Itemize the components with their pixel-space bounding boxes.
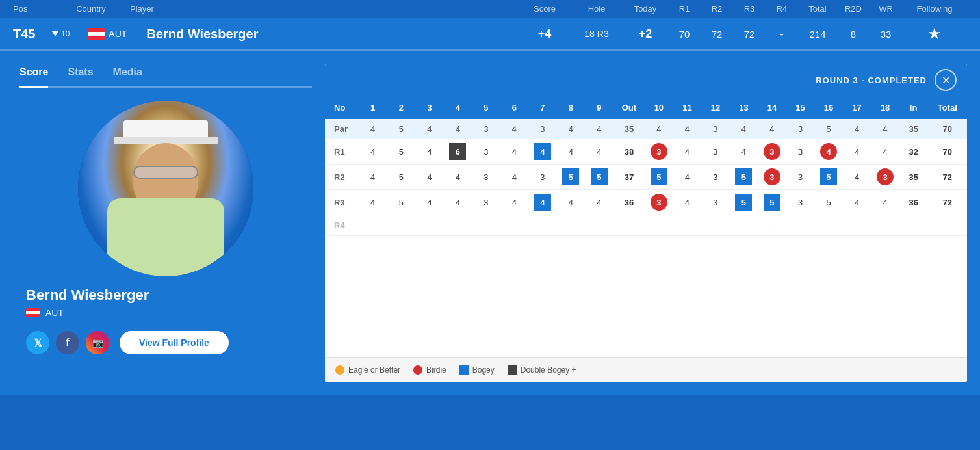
col-6: 6 bbox=[500, 96, 529, 119]
col-total: Total bbox=[927, 96, 967, 119]
double-bogey-icon bbox=[508, 365, 517, 375]
player-movement: 10 bbox=[52, 29, 70, 38]
r1-label: R1 bbox=[325, 139, 359, 165]
player-r4: - bbox=[766, 29, 798, 40]
facebook-button[interactable]: f bbox=[56, 331, 79, 354]
header-player: Player bbox=[130, 4, 299, 14]
col-16: 16 bbox=[814, 96, 843, 119]
player-hole: 18 R3 bbox=[571, 29, 623, 39]
col-4: 4 bbox=[444, 96, 472, 119]
tab-score[interactable]: Score bbox=[19, 61, 48, 88]
r3-label: R3 bbox=[325, 190, 359, 215]
player-r1: 70 bbox=[668, 29, 701, 40]
player-r2: 72 bbox=[701, 29, 733, 40]
round-header: ROUND 3 - COMPLETED ✕ bbox=[325, 64, 967, 96]
header-hole: Hole bbox=[571, 4, 623, 14]
col-no: No bbox=[325, 96, 359, 119]
tab-media[interactable]: Media bbox=[113, 61, 142, 86]
r1-row: R1 4 5 4 6 3 4 4 4 4 38 3 4 3 4 bbox=[325, 139, 967, 165]
par-label: Par bbox=[325, 119, 359, 139]
player-country-cell: AUT bbox=[75, 28, 140, 40]
player-country-profile: AUT bbox=[19, 308, 64, 318]
player-score: +4 bbox=[519, 27, 571, 41]
col-out: Out bbox=[613, 96, 645, 119]
bogey-icon bbox=[459, 365, 469, 375]
r2-row: R2 4 5 4 4 3 4 3 5 5 37 5 4 3 5 bbox=[325, 165, 967, 190]
r4-row: R4 - - - - - - - - - - - - - - bbox=[325, 215, 967, 236]
col-2: 2 bbox=[387, 96, 415, 119]
player-today: +2 bbox=[623, 27, 668, 41]
player-name-profile: Bernd Wiesberger bbox=[19, 287, 149, 304]
birdie-icon bbox=[413, 365, 422, 375]
legend-birdie: Birdie bbox=[413, 365, 446, 375]
legend-eagle: Eagle or Better bbox=[335, 365, 400, 375]
arrow-down-icon bbox=[52, 31, 58, 36]
col-5: 5 bbox=[472, 96, 500, 119]
col-8: 8 bbox=[557, 96, 586, 119]
player-name-header: Bernd Wiesberger bbox=[146, 27, 315, 42]
col-14: 14 bbox=[758, 96, 786, 119]
tabs-bar: Score Stats Media bbox=[19, 61, 312, 88]
avatar-container bbox=[78, 101, 253, 276]
header-r2: R2 bbox=[701, 4, 733, 14]
col-15: 15 bbox=[786, 96, 815, 119]
player-wr: 33 bbox=[870, 29, 902, 40]
view-profile-button[interactable]: View Full Profile bbox=[118, 330, 230, 356]
r2-label: R2 bbox=[325, 165, 359, 190]
twitter-button[interactable]: 𝕏 bbox=[26, 331, 49, 354]
player-r2d: 8 bbox=[837, 29, 870, 40]
header-r3: R3 bbox=[733, 4, 766, 14]
header-pos: Pos bbox=[13, 4, 52, 14]
scorecard-panel: ROUND 3 - COMPLETED ✕ No 1 2 3 4 5 6 7 8 bbox=[325, 64, 967, 382]
legend-bogey: Bogey bbox=[459, 365, 495, 375]
header-today: Today bbox=[623, 4, 668, 14]
header-wr: WR bbox=[870, 4, 902, 14]
r3-row: R3 4 5 4 4 3 4 4 4 4 36 3 4 3 5 bbox=[325, 190, 967, 215]
tab-stats[interactable]: Stats bbox=[68, 61, 93, 86]
col-in: In bbox=[899, 96, 928, 119]
following-star[interactable]: ★ bbox=[902, 25, 967, 43]
scorecard-table: No 1 2 3 4 5 6 7 8 9 Out 10 11 12 bbox=[325, 96, 967, 236]
col-13: 13 bbox=[730, 96, 758, 119]
col-3: 3 bbox=[415, 96, 444, 119]
legend-double-bogey: Double Bogey + bbox=[508, 365, 576, 375]
country-label-profile: AUT bbox=[45, 308, 64, 318]
legend: Eagle or Better Birdie Bogey Double Boge… bbox=[325, 357, 967, 382]
main-content: Score Stats Media bbox=[0, 51, 980, 395]
header-bar: Pos Country Player Score Hole Today R1 R… bbox=[0, 0, 980, 18]
col-10: 10 bbox=[645, 96, 673, 119]
close-button[interactable]: ✕ bbox=[935, 69, 957, 91]
social-links: 𝕏 f 📷 View Full Profile bbox=[19, 330, 230, 356]
col-7: 7 bbox=[528, 96, 557, 119]
round-label: ROUND 3 - COMPLETED bbox=[816, 75, 927, 85]
header-following: Following bbox=[902, 4, 967, 14]
r4-label: R4 bbox=[325, 215, 359, 236]
country-code: AUT bbox=[109, 29, 127, 39]
player-r3: 72 bbox=[733, 29, 766, 40]
header-score: Score bbox=[519, 4, 571, 14]
header-r2d: R2D bbox=[837, 4, 870, 14]
player-position: T45 bbox=[13, 27, 52, 42]
profile-section: Bernd Wiesberger AUT 𝕏 f 📷 View Full Pro… bbox=[19, 101, 312, 366]
col-9: 9 bbox=[585, 96, 613, 119]
col-17: 17 bbox=[843, 96, 871, 119]
player-row: T45 10 AUT Bernd Wiesberger +4 18 R3 +2 … bbox=[0, 18, 980, 51]
col-11: 11 bbox=[673, 96, 702, 119]
col-12: 12 bbox=[701, 96, 730, 119]
header-country: Country bbox=[52, 4, 130, 14]
flag-aut-profile bbox=[26, 308, 40, 317]
left-panel: Score Stats Media bbox=[0, 51, 325, 395]
par-row: Par 4 5 4 4 3 4 3 4 4 35 4 4 3 4 bbox=[325, 119, 967, 139]
flag-aut bbox=[88, 28, 105, 40]
header-r4: R4 bbox=[766, 4, 798, 14]
player-total: 214 bbox=[798, 29, 837, 40]
instagram-button[interactable]: 📷 bbox=[86, 331, 109, 354]
col-18: 18 bbox=[871, 96, 899, 119]
header-total: Total bbox=[798, 4, 837, 14]
header-r1: R1 bbox=[668, 4, 701, 14]
col-1: 1 bbox=[359, 96, 387, 119]
eagle-icon bbox=[335, 365, 344, 375]
